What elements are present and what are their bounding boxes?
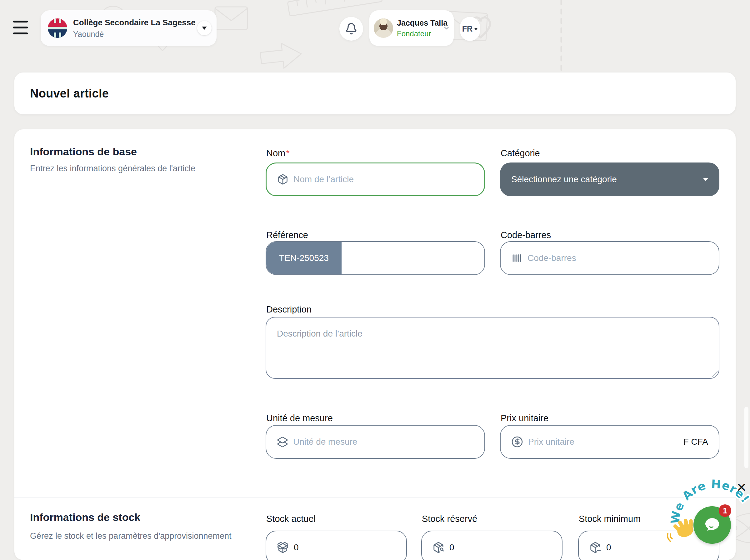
prix-field[interactable]: F CFA <box>500 425 719 459</box>
description-label: Description <box>266 304 311 315</box>
stock-actuel-label: Stock actuel <box>266 514 316 524</box>
code-barres-field[interactable] <box>500 241 719 275</box>
caret-down-icon <box>202 26 207 30</box>
chat-unread-badge[interactable]: 1 <box>719 504 731 517</box>
prix-label: Prix unitaire <box>501 413 548 423</box>
categorie-label: Catégorie <box>501 148 540 158</box>
stock-section-title: Informations de stock <box>30 511 140 523</box>
stock-section-subtitle: Gérez le stock et les paramètres d'appro… <box>30 531 231 541</box>
user-menu[interactable]: Jacques Talla Fondateur <box>369 10 454 46</box>
caret-down-icon <box>703 178 708 181</box>
hamburger-menu-icon[interactable] <box>13 21 28 34</box>
base-section-subtitle: Entrez les informations générales de l'a… <box>30 164 195 174</box>
chevron-down-icon <box>443 24 450 32</box>
unite-field[interactable] <box>266 425 485 459</box>
school-text: Collège Secondaire La Sagesse Yaoundé <box>73 18 196 39</box>
prix-input[interactable] <box>527 437 679 447</box>
unite-input[interactable] <box>292 437 474 447</box>
stock-actuel-input[interactable] <box>293 542 396 553</box>
school-name: Collège Secondaire La Sagesse <box>73 18 196 27</box>
page-title: Nouvel article <box>30 87 109 100</box>
notifications-button[interactable] <box>339 17 363 41</box>
stock-minimum-label: Stock minimum <box>579 514 641 524</box>
school-logo <box>47 18 67 38</box>
package-search-icon <box>432 542 444 554</box>
package-open-icon <box>277 542 289 554</box>
user-name: Jacques Talla <box>397 18 443 27</box>
screen: Notes Notes Collège Secondaire La Sagess… <box>0 0 750 560</box>
reference-field[interactable]: TEN-250523 <box>266 241 485 275</box>
hamburger-bar <box>13 21 28 22</box>
code-barres-label: Code-barres <box>501 230 551 240</box>
package-icon <box>277 174 288 185</box>
user-role: Fondateur <box>397 29 443 38</box>
stock-reserve-label: Stock réservé <box>422 514 477 524</box>
school-selector[interactable]: Collège Secondaire La Sagesse Yaoundé <box>41 10 217 46</box>
nom-input[interactable] <box>293 174 473 185</box>
page-title-card: Nouvel article <box>14 73 736 114</box>
user-avatar <box>374 18 393 38</box>
unite-label: Unité de mesure <box>266 413 333 423</box>
nom-label-text: Nom <box>266 148 285 158</box>
required-asterisk: * <box>286 148 289 158</box>
base-section-title: Informations de base <box>30 146 137 158</box>
nom-label: Nom* <box>266 148 290 158</box>
close-icon[interactable]: ✕ <box>736 481 747 494</box>
package-minus-icon <box>589 542 601 554</box>
school-city: Yaoundé <box>73 30 196 39</box>
hamburger-bar <box>13 33 28 34</box>
language-selector[interactable]: FR <box>460 17 480 41</box>
user-text: Jacques Talla Fondateur <box>397 18 443 38</box>
caret-down-icon <box>474 28 478 30</box>
categorie-selected-value: Sélectionnez une catégorie <box>511 174 703 184</box>
code-barres-input[interactable] <box>527 253 708 263</box>
barcode-icon <box>511 253 523 264</box>
school-dropdown-button[interactable] <box>197 21 211 35</box>
layers-icon <box>277 436 288 447</box>
section-divider <box>14 497 736 498</box>
dollar-circle-icon <box>511 436 523 448</box>
reference-label: Référence <box>266 230 308 240</box>
stock-reserve-input[interactable] <box>449 542 551 553</box>
nom-field[interactable] <box>266 162 485 196</box>
bell-icon <box>345 22 358 35</box>
scrollbar-thumb[interactable] <box>744 407 748 468</box>
description-field <box>266 317 719 379</box>
categorie-select[interactable]: Sélectionnez une catégorie <box>500 162 719 196</box>
reference-input[interactable] <box>342 242 484 274</box>
chat-bubble-icon <box>703 515 722 535</box>
hamburger-bar <box>13 26 28 28</box>
stock-actuel-field[interactable] <box>266 531 407 560</box>
description-textarea[interactable] <box>266 317 719 379</box>
stock-reserve-field[interactable] <box>421 531 563 560</box>
currency-suffix: F CFA <box>684 437 708 447</box>
language-code: FR <box>462 24 472 34</box>
reference-prefix: TEN-250523 <box>266 242 342 274</box>
